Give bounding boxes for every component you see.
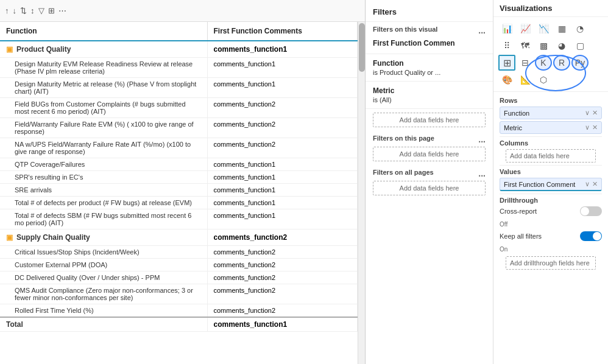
viz-bar2-icon[interactable]: 📈 <box>517 21 534 37</box>
comment-cell: comments_function1 <box>207 184 358 197</box>
comment-cell: comments_function1 <box>207 197 358 209</box>
table-row: Design Maturity EVM Release Readiness Re… <box>0 58 358 78</box>
viz-area-icon[interactable]: ▦ <box>553 21 570 37</box>
table-row: Design Maturity Metric at release (%) (P… <box>0 78 358 98</box>
filters-on-all-pages-label: Filters on all pages ... <box>366 165 493 177</box>
cross-report-toggle[interactable] <box>580 206 602 216</box>
group-header-row: ▣Product Quality comments_function1 <box>0 41 358 58</box>
viz-scatter-icon[interactable]: ⠿ <box>498 38 515 54</box>
metric-cell: SPR's resulting in EC's <box>0 171 207 184</box>
add-columns-field-btn[interactable]: Add data fields here <box>506 149 596 163</box>
viz-analytics-icon[interactable]: 📐 <box>517 72 534 88</box>
comment-cell: comments_function2 <box>207 259 358 271</box>
table-row: DC Delivered Quality (Over / Under ships… <box>0 271 358 284</box>
values-close-icon[interactable]: ✕ <box>592 180 598 188</box>
more-icon[interactable]: ⋯ <box>58 6 66 15</box>
metric-cell: DC Delivered Quality (Over / Under ships… <box>0 271 207 284</box>
filters-page-menu[interactable]: ... <box>478 135 486 144</box>
viz-map-icon[interactable]: 🗺 <box>517 38 534 54</box>
table-row: Field/Warranty Failure Rate EVM (%) ( x1… <box>0 118 358 138</box>
right-panel: Filters Filters on this visual ... First… <box>366 0 608 364</box>
values-chevron-icon[interactable]: ∨ <box>585 180 590 188</box>
table-row: Customer External PPM (DOA) comments_fun… <box>0 259 358 271</box>
table-row: Total # of defects SBM (# FW bugs submit… <box>0 209 358 229</box>
viz-tree-icon[interactable]: ▩ <box>535 38 552 54</box>
table-panel: ↑ ↓ ⇅ ↕ ▽ ⊞ ⋯ Function First Function Co… <box>0 0 366 364</box>
filter-item-comments[interactable]: First Function Commen <box>366 34 493 54</box>
rows-metric-chip[interactable]: Metric ∨ ✕ <box>500 121 602 134</box>
viz-r-icon[interactable]: R <box>553 55 570 71</box>
grid-icon[interactable]: ⊞ <box>48 6 55 15</box>
chip-close-icon2[interactable]: ✕ <box>592 124 598 131</box>
viz-bar-icon[interactable]: 📊 <box>498 21 515 37</box>
filter-item-function[interactable]: Function is Product Quality or ... <box>366 54 493 82</box>
chip-chevron-icon2[interactable]: ∨ <box>585 124 590 131</box>
viz-gauge-icon[interactable]: ◕ <box>553 38 570 54</box>
comment-cell: comments_function2 <box>207 284 358 304</box>
comment-cell: comments_function2 <box>207 271 358 284</box>
add-drillthrough-field-btn[interactable]: Add drillthrough fields here <box>506 256 596 270</box>
keep-filters-toggle[interactable] <box>580 231 602 241</box>
divider3 <box>500 194 602 194</box>
viz-format-icon[interactable]: 🎨 <box>498 72 515 88</box>
table-row: Critical Issues/Stop Ships (Incident/Wee… <box>0 246 358 259</box>
viz-fields-icon[interactable]: ⬡ <box>535 72 552 88</box>
metric-cell: Critical Issues/Stop Ships (Incident/Wee… <box>0 246 207 259</box>
comment-cell: comments_function2 <box>207 246 358 259</box>
filter-icon[interactable]: ▽ <box>38 6 44 15</box>
viz-matrix-icon[interactable]: ⊟ <box>517 55 534 71</box>
metric-cell: Field/Warranty Failure Rate EVM (%) ( x1… <box>0 118 207 138</box>
keep-filters-label: Keep all filters <box>500 233 542 240</box>
viz-header: Visualizations <box>493 0 608 17</box>
total-row: Total comments_function1 <box>0 317 358 332</box>
cross-report-row: Cross-report <box>500 206 602 216</box>
table-row: SPR's resulting in EC's comments_functio… <box>0 171 358 184</box>
metric-cell: Design Maturity Metric at release (%) (P… <box>0 78 207 98</box>
metric-cell: Field BUGs from Customer Complaints (# b… <box>0 98 207 118</box>
viz-line-icon[interactable]: 📉 <box>535 21 552 37</box>
metric-cell: Customer External PPM (DOA) <box>0 259 207 271</box>
add-page-filter-btn[interactable]: Add data fields here <box>373 147 486 161</box>
scrollbar[interactable] <box>358 22 365 364</box>
add-visual-filter-btn[interactable]: Add data fields here <box>373 113 486 127</box>
total-label: Total <box>0 317 207 332</box>
viz-pie-icon[interactable]: ◔ <box>571 21 589 37</box>
rows-section: Rows Function ∨ ✕ Metric ∨ ✕ Columns Add… <box>493 92 608 277</box>
visualizations-panel: Visualizations 📊 📈 📉 ▦ ◔ ⠿ 🗺 ▩ ◕ ▢ ⊞ <box>493 0 608 364</box>
table-row: Rolled First Time Yield (%) comments_fun… <box>0 304 358 318</box>
sort-both-icon[interactable]: ⇅ <box>20 6 27 15</box>
metric-cell: QTP Coverage/Failures <box>0 158 207 171</box>
keep-filters-value: On <box>500 246 602 253</box>
total-comment: comments_function1 <box>207 317 358 332</box>
viz-card-icon[interactable]: ▢ <box>571 38 589 54</box>
viz-py-icon[interactable]: Py <box>571 55 589 71</box>
table-row: Field BUGs from Customer Complaints (# b… <box>0 98 358 118</box>
col-function[interactable]: Function <box>0 22 207 41</box>
rows-function-chip[interactable]: Function ∨ ✕ <box>500 107 602 119</box>
cross-report-value: Off <box>500 221 602 228</box>
chip-close-icon[interactable]: ✕ <box>592 109 598 117</box>
col-comments[interactable]: First Function Comments <box>207 22 358 41</box>
comment-cell: comments_function2 <box>207 98 358 118</box>
metric-cell: Design Maturity EVM Release Readiness Re… <box>0 58 207 78</box>
columns-label: Columns <box>500 139 602 147</box>
chip-chevron-icon[interactable]: ∨ <box>585 109 590 117</box>
group-name: ▣Supply Chain Quality <box>0 229 207 246</box>
filters-allpages-menu[interactable]: ... <box>478 169 486 178</box>
add-allpages-filter-btn[interactable]: Add data fields here <box>373 181 486 195</box>
values-chip[interactable]: First Function Comment ∨ ✕ <box>500 178 602 191</box>
toolbar: ↑ ↓ ⇅ ↕ ▽ ⊞ ⋯ <box>0 0 365 22</box>
filter-item-metric[interactable]: Metric is (All) <box>366 82 493 109</box>
filters-header: Filters <box>366 5 493 22</box>
viz-kpi-icon[interactable]: K <box>535 55 552 71</box>
filters-on-visual-label: Filters on this visual ... <box>366 22 493 34</box>
comment-cell: comments_function1 <box>207 158 358 171</box>
viz-table-icon[interactable]: ⊞ <box>498 55 515 71</box>
table-row: QMS Audit Compliance (Zero major non-con… <box>0 284 358 304</box>
sort-swap-icon[interactable]: ↕ <box>30 6 35 15</box>
group-name: ▣Product Quality <box>0 41 207 58</box>
sort-desc-icon[interactable]: ↓ <box>13 6 17 15</box>
filters-visual-menu[interactable]: ... <box>478 26 486 35</box>
table-row: QTP Coverage/Failures comments_function1 <box>0 158 358 171</box>
sort-asc-icon[interactable]: ↑ <box>5 6 9 15</box>
